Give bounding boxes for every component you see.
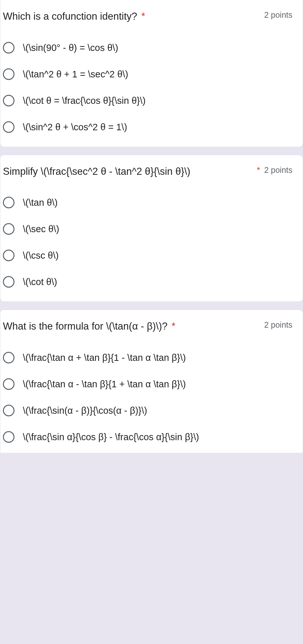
option-label: \(\frac{\tan α + \tan β}{1 - \tan α \tan…: [23, 351, 186, 364]
option-label: \(\cot θ = \frac{\cos θ}{\sin θ}\): [23, 94, 146, 107]
radio-icon[interactable]: [3, 197, 14, 208]
radio-icon[interactable]: [3, 121, 14, 133]
option-label: \(\cot θ\): [23, 275, 57, 289]
question-title: Which is a cofunction identity? *: [3, 9, 258, 24]
question-header: What is the formula for \(\tan(α - β)\)?…: [3, 319, 292, 334]
option-row[interactable]: \(\cot θ\): [3, 275, 292, 289]
radio-icon[interactable]: [3, 223, 14, 235]
radio-icon[interactable]: [3, 378, 14, 390]
option-row[interactable]: \(\frac{\sin α}{\cos β} - \frac{\cos α}{…: [3, 430, 292, 444]
question-text: Which is a cofunction identity?: [3, 11, 137, 22]
question-card: Simplify \(\frac{\sec^2 θ - \tan^2 θ}{\s…: [0, 155, 303, 302]
option-row[interactable]: \(\csc θ\): [3, 249, 292, 262]
option-label: \(\frac{\sin(α - β)}{\cos(α - β)}\): [23, 404, 147, 417]
radio-icon[interactable]: [3, 95, 14, 106]
radio-icon[interactable]: [3, 431, 14, 443]
points-label: 2 points: [264, 9, 292, 20]
required-marker: *: [141, 11, 145, 22]
option-label: \(\sec θ\): [23, 222, 59, 236]
points-label: * 2 points: [256, 164, 292, 175]
radio-icon[interactable]: [3, 42, 14, 54]
radio-icon[interactable]: [3, 250, 14, 261]
option-label: \(\frac{\sin α}{\cos β} - \frac{\cos α}{…: [23, 430, 199, 444]
required-marker: *: [257, 165, 260, 174]
question-text: What is the formula for \(\tan(α - β)\)?: [3, 321, 167, 332]
option-row[interactable]: \(\sin^2 θ + \cos^2 θ = 1\): [3, 120, 292, 134]
option-row[interactable]: \(\sin(90° - θ) = \cos θ\): [3, 41, 292, 54]
question-card: What is the formula for \(\tan(α - β)\)?…: [0, 310, 303, 453]
option-row[interactable]: \(\frac{\sin(α - β)}{\cos(α - β)}\): [3, 404, 292, 417]
question-header: Simplify \(\frac{\sec^2 θ - \tan^2 θ}{\s…: [3, 164, 292, 179]
question-title: Simplify \(\frac{\sec^2 θ - \tan^2 θ}{\s…: [3, 164, 249, 179]
radio-icon[interactable]: [3, 276, 14, 288]
option-label: \(\sin(90° - θ) = \cos θ\): [23, 41, 118, 54]
option-row[interactable]: \(\cot θ = \frac{\cos θ}{\sin θ}\): [3, 94, 292, 107]
radio-icon[interactable]: [3, 352, 14, 363]
option-row[interactable]: \(\frac{\tan α + \tan β}{1 - \tan α \tan…: [3, 351, 292, 364]
required-marker: *: [172, 321, 175, 332]
radio-icon[interactable]: [3, 405, 14, 416]
points-text: 2 points: [264, 165, 292, 174]
question-card: Which is a cofunction identity? * 2 poin…: [0, 0, 303, 147]
option-row[interactable]: \(\frac{\tan α - \tan β}{1 + \tan α \tan…: [3, 377, 292, 391]
option-label: \(\frac{\tan α - \tan β}{1 + \tan α \tan…: [23, 377, 186, 391]
option-row[interactable]: \(\sec θ\): [3, 222, 292, 236]
option-label: \(\tan^2 θ + 1 = \sec^2 θ\): [23, 67, 128, 81]
option-row[interactable]: \(\tan^2 θ + 1 = \sec^2 θ\): [3, 67, 292, 81]
question-header: Which is a cofunction identity? * 2 poin…: [3, 9, 292, 24]
question-text: Simplify \(\frac{\sec^2 θ - \tan^2 θ}{\s…: [3, 166, 190, 177]
option-row[interactable]: \(\tan θ\): [3, 196, 292, 209]
question-title: What is the formula for \(\tan(α - β)\)?…: [3, 319, 258, 334]
points-label: 2 points: [264, 319, 292, 330]
option-label: \(\csc θ\): [23, 249, 59, 262]
radio-icon[interactable]: [3, 68, 14, 80]
option-label: \(\sin^2 θ + \cos^2 θ = 1\): [23, 120, 127, 134]
option-label: \(\tan θ\): [23, 196, 58, 209]
